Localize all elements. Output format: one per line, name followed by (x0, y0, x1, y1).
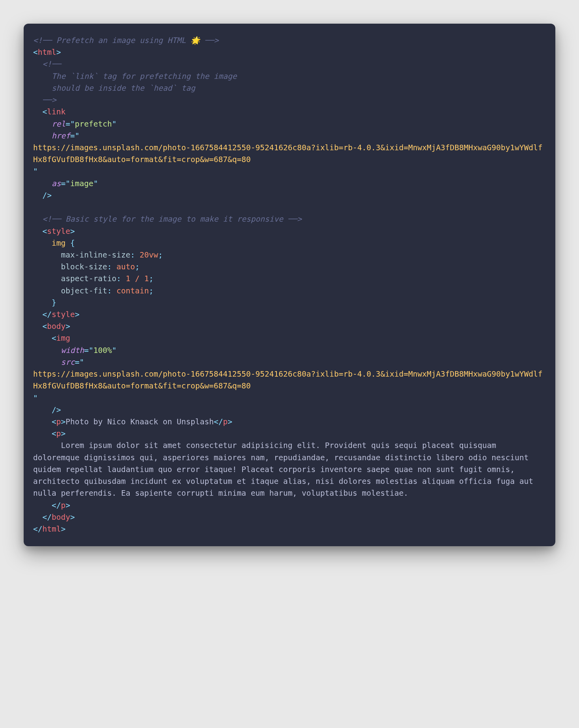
p-tag-1-close: p (223, 417, 228, 426)
lorem-text: Lorem ipsum dolor sit amet consectetur a… (33, 441, 538, 498)
css-val-1: 20vw (140, 250, 158, 259)
comment-style: <!── Basic style for the image to make i… (42, 215, 301, 224)
img-url: https://images.unsplash.com/photo-166758… (33, 370, 542, 390)
css-prop-1: max-inline-size (61, 250, 130, 259)
src-attr: src (61, 358, 75, 367)
width-value: 100% (93, 346, 112, 355)
body-tag-open: body (47, 322, 65, 331)
css-val-4: contain (116, 286, 149, 295)
comment-line2: should be inside the `head` tag (52, 84, 195, 93)
comment-line1: The `link` tag for prefetching the image (52, 72, 237, 81)
code-block: <!── Prefetch an image using HTML 🌟 ──> … (24, 24, 555, 546)
body-tag-close: body (52, 513, 70, 522)
link-url: https://images.unsplash.com/photo-166758… (33, 143, 542, 164)
link-tag: link (47, 107, 65, 116)
img-tag: img (56, 334, 70, 343)
css-prop-3: aspect-ratio (61, 274, 116, 283)
href-attr: href (52, 131, 70, 140)
html-tag-close: html (42, 525, 61, 534)
p-tag-1-open: p (56, 417, 61, 426)
comment-open: <!── (42, 60, 61, 69)
p-tag-2-close: p (61, 501, 65, 510)
rel-value: prefetch (75, 119, 112, 129)
css-prop-4: object-fit (61, 286, 107, 295)
css-val-2: auto (116, 262, 135, 271)
html-tag-open: html (38, 48, 56, 57)
comment-close: ──> (42, 95, 56, 105)
photo-credit: Photo by Nico Knaack on Unsplash (65, 417, 214, 426)
css-selector: img (52, 239, 65, 248)
as-value: image (70, 179, 93, 188)
rel-attr: rel (52, 119, 65, 129)
as-attr: as (52, 179, 61, 188)
comment-prefetch: <!── Prefetch an image using HTML 🌟 ──> (33, 36, 219, 45)
style-tag-close: style (52, 310, 75, 319)
css-prop-2: block-size (61, 262, 107, 271)
p-tag-2-open: p (56, 429, 61, 438)
width-attr: width (61, 346, 84, 355)
style-tag-open: style (47, 227, 70, 236)
css-val-3: 1 / 1 (126, 274, 149, 283)
